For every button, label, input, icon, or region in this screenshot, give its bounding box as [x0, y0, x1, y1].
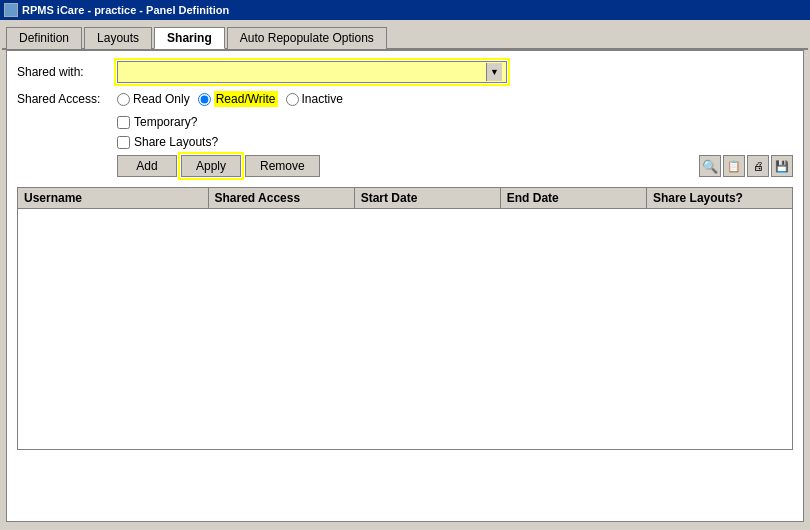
radio-inactive[interactable]: Inactive [286, 92, 343, 106]
tab-definition[interactable]: Definition [6, 27, 82, 49]
radio-inactive-label: Inactive [302, 92, 343, 106]
save-icon: 💾 [775, 160, 789, 173]
find-icon-button[interactable]: 🔍 [699, 155, 721, 177]
share-layouts-label: Share Layouts? [134, 135, 218, 149]
print-icon: 🖨 [753, 160, 764, 172]
temporary-row: Temporary? [117, 115, 793, 129]
col-header-shared-access: Shared Access [209, 188, 355, 208]
table-header: Username Shared Access Start Date End Da… [18, 188, 792, 209]
shared-with-row: Shared with: ▼ [17, 61, 793, 83]
radio-read-only-input[interactable] [117, 93, 130, 106]
shared-access-label: Shared Access: [17, 92, 117, 106]
export-icon: 📋 [727, 160, 741, 173]
radio-read-write-input[interactable] [198, 93, 211, 106]
temporary-checkbox[interactable] [117, 116, 130, 129]
tab-layouts[interactable]: Layouts [84, 27, 152, 49]
temporary-label: Temporary? [134, 115, 197, 129]
buttons-icons-row: Add Apply Remove 🔍 📋 🖨 💾 [17, 155, 793, 177]
export-icon-button[interactable]: 📋 [723, 155, 745, 177]
apply-button[interactable]: Apply [181, 155, 241, 177]
tab-sharing[interactable]: Sharing [154, 27, 225, 49]
radio-read-only[interactable]: Read Only [117, 92, 190, 106]
col-header-share-layouts: Share Layouts? [647, 188, 792, 208]
col-header-end-date: End Date [501, 188, 647, 208]
shared-with-dropdown-wrapper[interactable]: ▼ [117, 61, 507, 83]
tab-auto-repopulate[interactable]: Auto Repopulate Options [227, 27, 387, 49]
shared-access-radio-group: Read Only Read/Write Inactive [117, 91, 343, 107]
col-header-username: Username [18, 188, 209, 208]
share-layouts-checkbox[interactable] [117, 136, 130, 149]
data-table: Username Shared Access Start Date End Da… [17, 187, 793, 450]
title-text: RPMS iCare - practice - Panel Definition [22, 4, 229, 16]
content-area: Shared with: ▼ Shared Access: Read Only … [6, 50, 804, 522]
title-bar: RPMS iCare - practice - Panel Definition [0, 0, 810, 20]
radio-read-write[interactable]: Read/Write [198, 91, 278, 107]
print-icon-button[interactable]: 🖨 [747, 155, 769, 177]
shared-with-dropdown[interactable]: ▼ [117, 61, 507, 83]
share-layouts-row: Share Layouts? [117, 135, 793, 149]
shared-with-label: Shared with: [17, 65, 117, 79]
remove-button[interactable]: Remove [245, 155, 320, 177]
main-container: Definition Layouts Sharing Auto Repopula… [0, 20, 810, 530]
radio-read-write-label: Read/Write [214, 91, 278, 107]
table-body [18, 209, 792, 449]
buttons-section: Add Apply Remove [117, 155, 320, 177]
radio-read-only-label: Read Only [133, 92, 190, 106]
radio-inactive-input[interactable] [286, 93, 299, 106]
app-icon [4, 3, 18, 17]
save-icon-button[interactable]: 💾 [771, 155, 793, 177]
find-icon: 🔍 [702, 159, 718, 174]
col-header-start-date: Start Date [355, 188, 501, 208]
tabs-bar: Definition Layouts Sharing Auto Repopula… [2, 22, 808, 50]
shared-access-row: Shared Access: Read Only Read/Write Inac… [17, 91, 793, 107]
add-button[interactable]: Add [117, 155, 177, 177]
toolbar-icons: 🔍 📋 🖨 💾 [699, 155, 793, 177]
dropdown-arrow-icon[interactable]: ▼ [486, 63, 502, 81]
